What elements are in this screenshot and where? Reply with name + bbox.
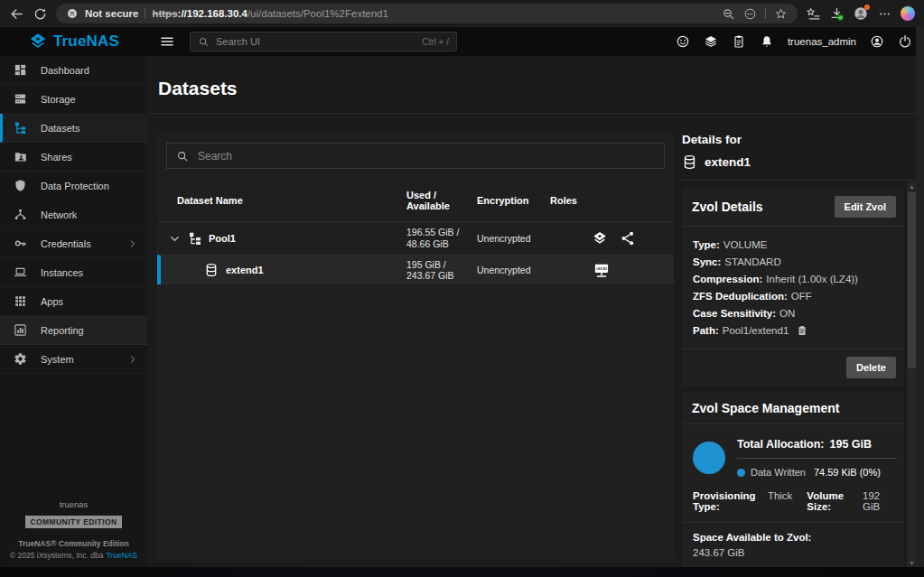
encryption-value: Unencrypted: [477, 265, 550, 275]
sidebar-item-label: Network: [41, 209, 77, 220]
logged-in-username: truenas_admin: [788, 36, 856, 47]
datasets-icon: [14, 121, 27, 135]
browser-toolbar: Not secure https://192.168.30.4/ui/datas…: [0, 0, 924, 27]
iscsi-share-icon: [592, 261, 611, 279]
details-scrollbar[interactable]: ▲ ▼: [907, 182, 916, 567]
reader-dots-icon[interactable]: [743, 7, 757, 21]
sidebar-item-apps[interactable]: Apps: [0, 287, 147, 316]
sidebar-item-system[interactable]: System: [0, 345, 147, 374]
chevron-down-icon[interactable]: [168, 232, 182, 246]
truenas-brand[interactable]: TrueNAS: [0, 32, 147, 51]
jobs-clipboard-icon[interactable]: [732, 34, 746, 49]
scrollbar-down-arrow[interactable]: ▼: [907, 559, 916, 567]
copyright-line: © 2025 iXsystems, Inc. dbaTrueNAS: [0, 551, 147, 560]
dashboard-icon: [14, 63, 27, 77]
truecommand-layers-icon[interactable]: [704, 34, 718, 49]
delete-button[interactable]: Delete: [846, 357, 896, 378]
global-search[interactable]: Ctrl + /: [190, 32, 457, 51]
sidebar-item-label: Credentials: [41, 238, 91, 249]
scrollbar-up-arrow[interactable]: ▲: [907, 182, 916, 191]
copyright-text: © 2025 iXsystems, Inc. dba: [10, 551, 104, 560]
downloads-icon[interactable]: [829, 6, 845, 22]
encryption-value: Unencrypted: [477, 233, 550, 244]
dataset-search-input[interactable]: [198, 150, 655, 163]
copilot-icon[interactable]: [901, 6, 915, 21]
favorite-star-icon[interactable]: [774, 7, 788, 21]
dataset-search[interactable]: [166, 143, 665, 169]
field-type: Type:VOLUME: [693, 237, 893, 254]
power-icon[interactable]: [898, 34, 912, 49]
global-search-input[interactable]: [216, 36, 415, 47]
data-written-legend: Data Written 74.59 KiB (0%): [737, 467, 897, 478]
browser-menu-icon[interactable]: [877, 6, 892, 22]
search-icon: [198, 36, 210, 48]
sidebar-item-data-protection[interactable]: Data Protection: [0, 172, 147, 200]
brand-name: TrueNAS: [53, 33, 119, 51]
roles-cell: [550, 261, 674, 279]
sidebar-item-storage[interactable]: Storage: [0, 85, 147, 114]
laptop-icon: [14, 265, 27, 279]
column-encryption: Encryption: [477, 195, 550, 206]
zvol-details-card: Zvol Details Edit Zvol Type:VOLUME Sync:…: [682, 188, 904, 386]
space-available: Space Available to Zvol: 243.67 GiB: [682, 523, 904, 567]
dataset-table-card: Dataset Name Used / Available Encryption…: [157, 135, 674, 559]
column-dataset-name: Dataset Name: [157, 195, 406, 206]
dataset-name: Pool1: [209, 233, 236, 244]
url-scheme: https: [152, 8, 177, 19]
sidebar-item-instances[interactable]: Instances: [0, 258, 147, 287]
dataset-name: extend1: [226, 265, 264, 275]
address-bar[interactable]: Not secure https://192.168.30.4/ui/datas…: [56, 4, 798, 23]
sidebar-item-dashboard[interactable]: Dashboard: [0, 56, 147, 85]
browser-refresh-icon[interactable]: [33, 6, 48, 22]
sidebar-item-label: Apps: [41, 296, 63, 307]
browser-back-icon[interactable]: [9, 6, 24, 22]
app-header: TrueNAS Ctrl + / truenas_admin: [0, 27, 924, 56]
user-settings-icon[interactable]: [870, 34, 884, 49]
sidebar-item-shares[interactable]: Shares: [0, 143, 147, 172]
field-zfs-deduplication: ZFS Deduplication:OFF: [693, 288, 893, 305]
page-title: Datasets: [147, 56, 916, 99]
sidebar-item-reporting[interactable]: Reporting: [0, 316, 147, 345]
sidebar-item-datasets[interactable]: Datasets: [0, 114, 147, 143]
field-path: Path:Pool1/extend1: [693, 322, 893, 340]
browser-scrollbar-strip[interactable]: [916, 27, 924, 567]
used-available-value: 196.55 GiB / 48.66 GiB: [406, 227, 477, 250]
sidebar-item-network[interactable]: Network: [0, 200, 147, 229]
chevron-right-icon: [127, 238, 138, 249]
alerts-bell-icon[interactable]: [760, 34, 774, 49]
zvol-space-title: Zvol Space Management: [692, 401, 839, 415]
sidebar-item-label: Datasets: [41, 123, 79, 134]
sidebar-item-label: Reporting: [41, 325, 84, 336]
truenas-apps-role-icon: [592, 230, 608, 247]
not-secure-icon[interactable]: [66, 7, 79, 20]
volume-size: Volume Size:192 GiB: [807, 490, 893, 512]
feedback-smiley-icon[interactable]: [676, 34, 690, 49]
dataset-row-pool1[interactable]: Pool1 196.55 GiB / 48.66 GiB Unencrypted: [157, 221, 674, 255]
storage-icon: [14, 92, 27, 106]
browser-profile-avatar[interactable]: [853, 5, 869, 22]
scrollbar-thumb[interactable]: [908, 192, 916, 368]
field-case-sensitivity: Case Sensitivity:ON: [693, 305, 893, 322]
truenas-logo-icon: [28, 32, 48, 51]
details-title: Details for: [682, 133, 916, 146]
url-text[interactable]: https://192.168.30.4/ui/datasets/Pool1%2…: [152, 8, 715, 19]
zoom-out-icon[interactable]: [722, 7, 735, 21]
dataset-row-extend1[interactable]: extend1 195 GiB / 243.67 GiB Unencrypted: [157, 255, 674, 284]
shares-folder-icon: [14, 150, 27, 163]
sidebar-footer: truenas COMMUNITY EDITION TrueNAS® Commu…: [0, 499, 147, 560]
sidebar-item-label: Shares: [41, 152, 72, 163]
truenas-link[interactable]: TrueNAS: [106, 551, 137, 560]
roles-cell: [550, 230, 674, 247]
dataset-tree-icon: [188, 231, 202, 246]
edit-zvol-button[interactable]: Edit Zvol: [835, 196, 896, 218]
url-path: /ui/datasets/Pool1%2Fextend1: [247, 8, 388, 19]
address-separator: [145, 8, 145, 19]
favorites-bar-icon[interactable]: [806, 6, 821, 22]
column-roles: Roles: [550, 195, 674, 206]
sidenav-toggle-icon[interactable]: [159, 33, 175, 50]
copy-path-icon[interactable]: [796, 325, 807, 337]
not-secure-label: Not secure: [85, 8, 138, 19]
sidebar-item-label: System: [41, 354, 74, 365]
sidebar-item-credentials[interactable]: Credentials: [0, 229, 147, 258]
details-dataset: extend1: [682, 154, 916, 181]
